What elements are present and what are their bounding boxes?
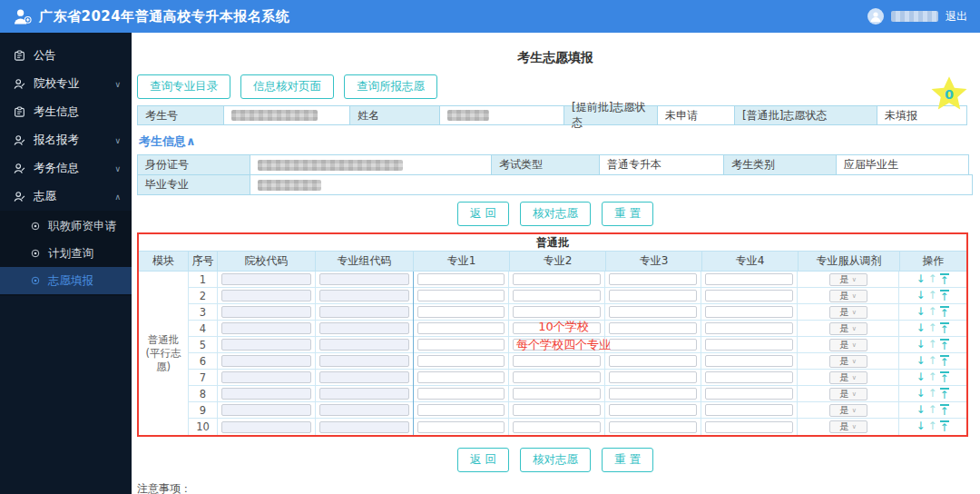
group-code-input[interactable] <box>319 421 408 433</box>
obey-adjust-select[interactable]: 是 ∨ <box>829 371 867 384</box>
move-down-icon[interactable]: ↓ <box>916 371 925 384</box>
major4-input[interactable] <box>705 371 793 383</box>
major3-input[interactable] <box>609 355 697 367</box>
major4-input[interactable] <box>705 322 793 334</box>
check-wishes-button[interactable]: 核对志愿 <box>520 448 591 472</box>
major1-input[interactable] <box>417 322 505 334</box>
group-code-input[interactable] <box>319 273 408 285</box>
check-wishes-button[interactable]: 核对志愿 <box>520 202 591 226</box>
submenu-item-vocational-teacher-application[interactable]: 职教师资申请 <box>0 212 132 240</box>
move-up-icon[interactable]: ↑ <box>927 306 936 319</box>
reset-button[interactable]: 重 置 <box>602 448 653 472</box>
sidebar-item-announcements[interactable]: 公告 <box>0 42 132 70</box>
sidebar-item-wishes[interactable]: 志愿 ∧ <box>0 183 132 211</box>
major3-input[interactable] <box>609 290 697 301</box>
major3-input[interactable] <box>609 421 697 433</box>
major4-input[interactable] <box>705 273 793 285</box>
major2-input[interactable] <box>513 355 601 367</box>
back-button[interactable]: 返 回 <box>457 202 509 226</box>
major1-input[interactable] <box>417 290 505 301</box>
move-down-icon[interactable]: ↓ <box>916 290 925 302</box>
sidebar-item-colleges-majors[interactable]: 院校专业 ∨ <box>0 70 132 98</box>
major4-input[interactable] <box>705 306 793 318</box>
info-check-page-button[interactable]: 信息核对页面 <box>240 74 334 99</box>
major1-input[interactable] <box>417 339 505 351</box>
college-code-input[interactable] <box>221 388 310 400</box>
obey-adjust-select[interactable]: 是 ∨ <box>829 322 867 335</box>
group-code-input[interactable] <box>319 371 408 383</box>
submenu-item-wish-filling[interactable]: 志愿填报 <box>0 267 132 294</box>
major4-input[interactable] <box>705 404 793 416</box>
college-code-input[interactable] <box>221 355 310 367</box>
major3-input[interactable] <box>609 322 697 334</box>
move-up-icon[interactable]: ↑ <box>927 322 936 335</box>
move-to-top-icon[interactable]: ↑ <box>940 322 949 335</box>
move-up-icon[interactable]: ↑ <box>927 371 936 384</box>
move-down-icon[interactable]: ↓ <box>916 339 925 351</box>
user-avatar[interactable] <box>867 8 884 25</box>
major3-input[interactable] <box>609 273 697 285</box>
sidebar-item-exam-affairs[interactable]: 考务信息 ∨ <box>0 154 132 183</box>
obey-adjust-select[interactable]: 是 ∨ <box>829 273 867 286</box>
move-to-top-icon[interactable]: ↑ <box>940 371 949 384</box>
major1-input[interactable] <box>417 388 505 400</box>
major1-input[interactable] <box>417 371 505 383</box>
move-down-icon[interactable]: ↓ <box>916 306 925 319</box>
major4-input[interactable] <box>705 355 793 367</box>
move-to-top-icon[interactable]: ↑ <box>940 355 949 368</box>
move-down-icon[interactable]: ↓ <box>916 273 925 286</box>
sidebar-item-registration[interactable]: 报名报考 ∨ <box>0 126 132 154</box>
obey-adjust-select[interactable]: 是 ∨ <box>829 306 867 319</box>
major2-input[interactable] <box>513 273 601 285</box>
college-code-input[interactable] <box>221 404 310 416</box>
college-code-input[interactable] <box>221 421 310 433</box>
move-down-icon[interactable]: ↓ <box>916 420 925 433</box>
query-major-catalog-button[interactable]: 查询专业目录 <box>137 74 230 99</box>
major1-input[interactable] <box>417 306 505 318</box>
major2-input[interactable] <box>513 339 601 351</box>
move-to-top-icon[interactable]: ↑ <box>940 290 949 302</box>
move-to-top-icon[interactable]: ↑ <box>940 388 949 400</box>
obey-adjust-select[interactable]: 是 ∨ <box>829 355 867 368</box>
submenu-item-plan-query[interactable]: 计划查询 <box>0 240 132 267</box>
major2-input[interactable] <box>513 306 601 318</box>
major2-input[interactable] <box>513 322 601 334</box>
move-down-icon[interactable]: ↓ <box>916 322 925 335</box>
move-to-top-icon[interactable]: ↑ <box>940 420 949 433</box>
candidate-info-toggle[interactable]: 考生信息∧ <box>139 133 196 150</box>
group-code-input[interactable] <box>319 339 408 351</box>
major2-input[interactable] <box>513 421 601 433</box>
move-up-icon[interactable]: ↑ <box>927 355 936 368</box>
major3-input[interactable] <box>609 388 697 400</box>
major2-input[interactable] <box>513 371 601 383</box>
move-down-icon[interactable]: ↓ <box>916 355 925 368</box>
major2-input[interactable] <box>513 404 601 416</box>
move-to-top-icon[interactable]: ↑ <box>940 273 949 286</box>
obey-adjust-select[interactable]: 是 ∨ <box>829 420 867 433</box>
move-up-icon[interactable]: ↑ <box>927 404 936 417</box>
major1-input[interactable] <box>417 355 505 367</box>
move-up-icon[interactable]: ↑ <box>927 420 936 433</box>
major3-input[interactable] <box>609 404 697 416</box>
obey-adjust-select[interactable]: 是 ∨ <box>829 339 867 351</box>
college-code-input[interactable] <box>221 306 310 318</box>
group-code-input[interactable] <box>319 306 408 318</box>
major1-input[interactable] <box>417 273 505 285</box>
move-up-icon[interactable]: ↑ <box>927 273 936 286</box>
college-code-input[interactable] <box>221 339 310 351</box>
major4-input[interactable] <box>705 388 793 400</box>
major2-input[interactable] <box>513 290 601 301</box>
group-code-input[interactable] <box>319 388 408 400</box>
move-down-icon[interactable]: ↓ <box>916 388 925 400</box>
move-to-top-icon[interactable]: ↑ <box>940 339 949 351</box>
move-up-icon[interactable]: ↑ <box>927 388 936 400</box>
back-button[interactable]: 返 回 <box>457 448 509 472</box>
star-badge[interactable]: 0 <box>929 74 969 117</box>
query-submitted-wishes-button[interactable]: 查询所报志愿 <box>344 74 437 99</box>
major3-input[interactable] <box>609 306 697 318</box>
major3-input[interactable] <box>609 339 697 351</box>
move-to-top-icon[interactable]: ↑ <box>940 404 949 417</box>
group-code-input[interactable] <box>319 404 408 416</box>
major1-input[interactable] <box>417 421 505 433</box>
obey-adjust-select[interactable]: 是 ∨ <box>829 388 867 400</box>
